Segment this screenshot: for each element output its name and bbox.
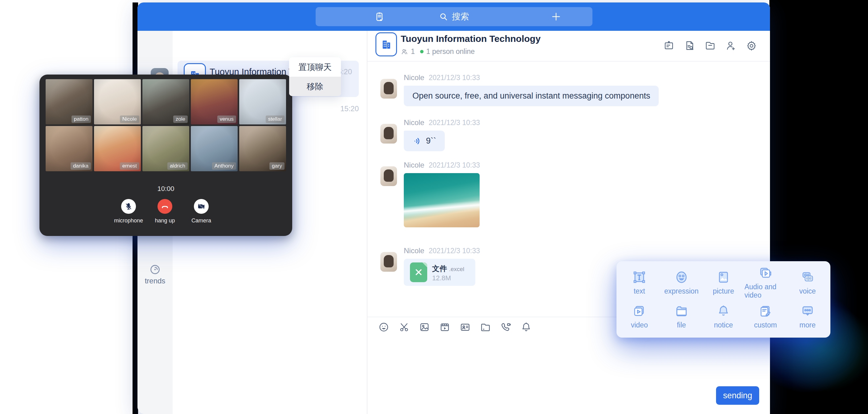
- text-icon: [632, 270, 647, 285]
- participant-tile[interactable]: stellar: [239, 79, 286, 124]
- video-icon: [632, 304, 647, 319]
- context-menu: 置顶聊天 移除: [289, 57, 341, 96]
- popup-item-picture[interactable]: picture: [703, 265, 744, 299]
- menu-item-remove[interactable]: 移除: [289, 77, 341, 96]
- file-size: 12.8M: [432, 274, 451, 282]
- participant-tile[interactable]: patton: [45, 79, 92, 124]
- message-time: 2021/12/3 10:33: [429, 74, 480, 82]
- emoji-icon[interactable]: [378, 322, 389, 333]
- participant-tile[interactable]: aldrich: [143, 126, 189, 171]
- online-dot: [420, 50, 424, 53]
- bell-icon[interactable]: [521, 322, 532, 333]
- plus-icon[interactable]: [551, 12, 561, 22]
- conversation2-time: 15:20: [340, 104, 359, 113]
- sender-name: Nicole: [404, 73, 425, 82]
- call-timer: 10:00: [39, 185, 292, 193]
- chat-panel: Tuoyun Information Technology 1 1 person…: [367, 31, 770, 414]
- participant-grid: patton Nicole zole venus stellar danika …: [45, 79, 286, 171]
- popup-item-more[interactable]: more: [786, 299, 829, 333]
- scissors-icon[interactable]: [399, 322, 410, 333]
- menu-item-pin-chat[interactable]: 置顶聊天: [289, 57, 341, 77]
- voice-bubble[interactable]: 9``: [404, 131, 445, 151]
- decorative-dark-band: [769, 0, 868, 414]
- popup-item-expression[interactable]: expression: [660, 265, 702, 299]
- participant-tile[interactable]: zole: [143, 79, 189, 124]
- nav-item-trends[interactable]: trends: [137, 264, 173, 285]
- hangup-icon[interactable]: [157, 199, 172, 214]
- participant-tile[interactable]: gary: [239, 126, 286, 171]
- expression-icon: [674, 270, 689, 285]
- audio-video-icon: [758, 265, 773, 280]
- top-bar: 搜索: [137, 2, 770, 31]
- message-input-area[interactable]: sending: [367, 337, 770, 414]
- file-message[interactable]: ✕ 文件 .excel 12.8M: [404, 259, 475, 286]
- participant-tile[interactable]: Nicole: [94, 79, 141, 124]
- participant-tile[interactable]: Anthony: [191, 126, 238, 171]
- popup-item-voice[interactable]: voice: [786, 265, 829, 299]
- mic-label: microphone: [110, 218, 147, 224]
- participant-tile[interactable]: venus: [191, 79, 238, 124]
- participant-tile[interactable]: ernest: [94, 126, 141, 171]
- member-count: 1: [411, 47, 415, 56]
- search-bar[interactable]: 搜索: [316, 7, 592, 26]
- avatar[interactable]: [380, 79, 397, 99]
- mic-control: microphone: [110, 199, 147, 224]
- gear-icon[interactable]: [746, 40, 757, 51]
- board-icon[interactable]: [663, 40, 675, 51]
- avatar[interactable]: [380, 166, 397, 186]
- folder-icon[interactable]: [705, 40, 716, 51]
- voice-wave-icon: [412, 136, 422, 146]
- popup-item-notice[interactable]: notice: [703, 299, 744, 333]
- contact-card-icon[interactable]: [460, 322, 471, 333]
- message-time: 2021/12/3 10:33: [429, 119, 480, 127]
- folder-icon[interactable]: [480, 322, 491, 333]
- camera-control: Camera: [183, 199, 220, 224]
- doc-search-icon[interactable]: [684, 40, 695, 51]
- picture-icon[interactable]: [419, 322, 430, 333]
- message-type-popup: text expression picture Audio and video: [617, 261, 830, 338]
- picture-icon: [716, 270, 731, 285]
- popup-item-text[interactable]: text: [618, 265, 660, 299]
- video-call-panel: patton Nicole zole venus stellar danika …: [39, 74, 292, 236]
- sender-name: Nicole: [404, 118, 425, 127]
- popup-item-custom[interactable]: custom: [744, 299, 786, 333]
- more-icon: [800, 304, 815, 319]
- camera-muted-icon[interactable]: [194, 199, 209, 214]
- call-icon[interactable]: [500, 322, 512, 333]
- popup-item-video[interactable]: video: [618, 299, 660, 333]
- trends-label: trends: [137, 277, 173, 285]
- custom-icon: [758, 304, 773, 319]
- participant-tile[interactable]: danika: [45, 126, 92, 171]
- trends-icon: [149, 264, 161, 276]
- voice-icon: [800, 270, 815, 285]
- send-button[interactable]: sending: [716, 386, 759, 405]
- online-status: 1 person online: [426, 47, 475, 56]
- hangup-label: hang up: [147, 218, 183, 224]
- hangup-control: hang up: [147, 199, 183, 224]
- organization-icon: [375, 32, 397, 56]
- page: 搜索 tre: [0, 0, 868, 414]
- video-icon[interactable]: [439, 322, 450, 333]
- sender-name: Nicole: [404, 161, 425, 169]
- popup-item-file[interactable]: file: [660, 299, 702, 333]
- members-icon: [401, 48, 408, 56]
- avatar[interactable]: [380, 124, 397, 144]
- text-bubble[interactable]: Open source, free, and universal instant…: [404, 86, 659, 106]
- message-time: 2021/12/3 10:33: [429, 247, 480, 255]
- file-icon: [674, 304, 689, 319]
- avatar[interactable]: [380, 252, 397, 272]
- camera-label: Camera: [183, 218, 220, 224]
- search-icon: [439, 12, 448, 21]
- chat-title: Tuoyun Information Technology: [401, 34, 541, 44]
- add-person-icon[interactable]: [725, 40, 736, 51]
- popup-item-audio-video[interactable]: Audio and video: [744, 265, 786, 299]
- search-placeholder[interactable]: 搜索: [452, 11, 469, 23]
- notice-icon: [716, 304, 731, 319]
- mic-muted-icon[interactable]: [121, 199, 136, 214]
- image-message-beach[interactable]: [404, 173, 479, 227]
- chat-header: Tuoyun Information Technology 1 1 person…: [367, 31, 770, 62]
- sender-name: Nicole: [404, 247, 425, 255]
- excel-file-icon: ✕: [410, 262, 427, 282]
- message-time: 2021/12/3 10:33: [429, 161, 480, 169]
